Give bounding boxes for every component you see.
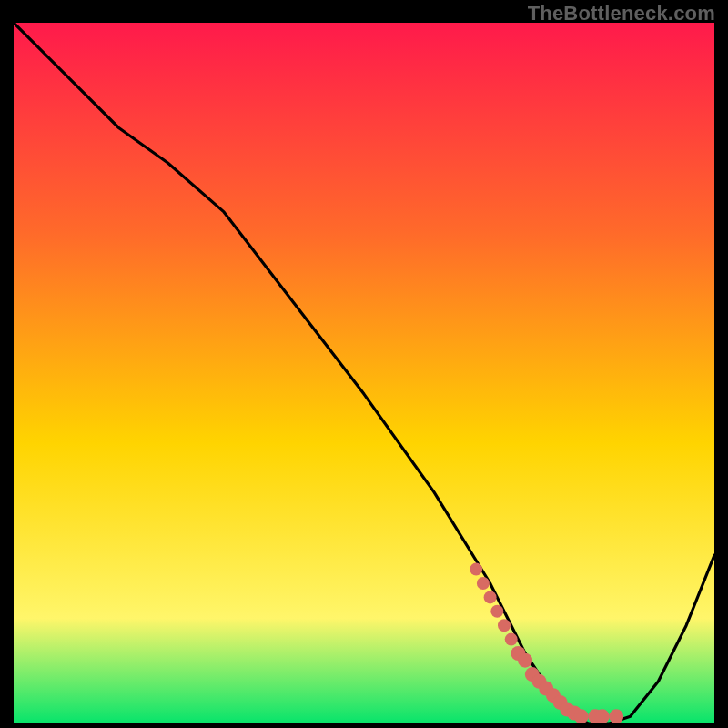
highlight-dot [518,653,532,668]
highlight-dot [505,633,518,646]
highlight-dot [477,577,490,590]
bottleneck-chart [14,23,714,723]
highlight-dot [595,709,610,723]
highlight-dot [498,619,511,632]
chart-frame [14,23,714,723]
highlight-dot [609,709,623,723]
highlight-dot [490,605,503,618]
highlight-dot [574,709,589,723]
highlight-dot [470,563,482,576]
highlight-dot [484,591,497,603]
